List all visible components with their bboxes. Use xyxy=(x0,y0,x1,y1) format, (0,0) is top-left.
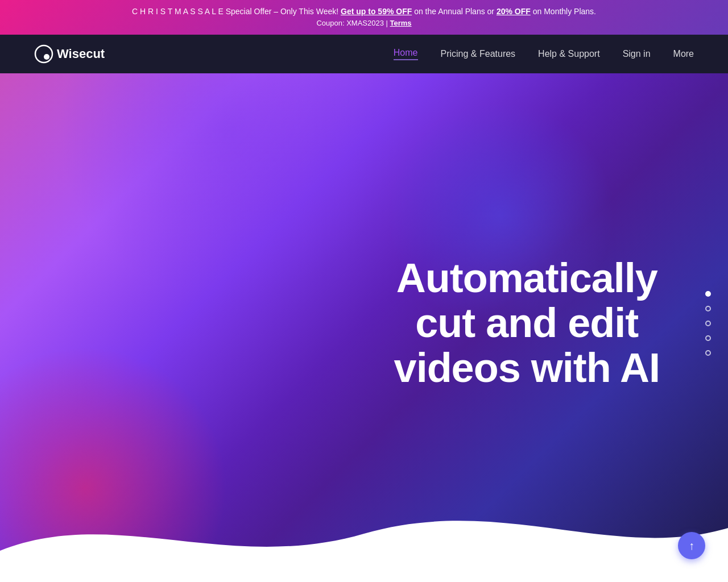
nav-home[interactable]: Home xyxy=(394,48,418,60)
hero-content: Automatically cut and edit videos with A… xyxy=(394,256,660,391)
logo-icon xyxy=(34,44,53,64)
hero-title-line1: Automatically xyxy=(396,255,657,301)
nav-more[interactable]: More xyxy=(673,49,694,59)
announcement-terms-link[interactable]: Terms xyxy=(390,19,412,27)
announcement-text-prefix: C H R I S T M A S S A L E Special Offer … xyxy=(132,7,341,16)
announcement-line1: C H R I S T M A S S A L E Special Offer … xyxy=(132,7,596,16)
nav-pricing[interactable]: Pricing & Features xyxy=(441,49,516,59)
scroll-dot-2[interactable] xyxy=(705,306,711,311)
hero-title: Automatically cut and edit videos with A… xyxy=(394,256,660,391)
announcement-coupon: Coupon: XMAS2023 | Terms xyxy=(11,18,717,29)
announcement-text-end: on Monthly Plans. xyxy=(531,7,596,16)
announcement-link-20off[interactable]: 20% OFF xyxy=(497,7,531,16)
logo-text: Wisecut xyxy=(57,47,105,61)
announcement-link-59off[interactable]: Get up to 59% OFF xyxy=(341,7,412,16)
scroll-dot-1[interactable] xyxy=(705,291,711,297)
hero-wave xyxy=(0,460,728,573)
coupon-text: Coupon: XMAS2023 | xyxy=(316,19,390,27)
logo[interactable]: Wisecut xyxy=(34,44,105,64)
hero-section: Automatically cut and edit videos with A… xyxy=(0,73,728,573)
nav-help[interactable]: Help & Support xyxy=(538,49,600,59)
svg-point-1 xyxy=(44,54,49,60)
scroll-dot-5[interactable] xyxy=(705,350,711,356)
announcement-bar: C H R I S T M A S S A L E Special Offer … xyxy=(0,0,728,35)
navbar: Wisecut Home Pricing & Features Help & S… xyxy=(0,35,728,73)
scroll-dots xyxy=(705,291,711,356)
nav-signin[interactable]: Sign in xyxy=(623,49,651,59)
scroll-dot-3[interactable] xyxy=(705,321,711,326)
svg-point-0 xyxy=(35,45,52,63)
announcement-text-mid: on the Annual Plans or xyxy=(412,7,497,16)
back-to-top-button[interactable]: ↑ xyxy=(678,532,705,559)
scroll-dot-4[interactable] xyxy=(705,335,711,341)
nav-links: Home Pricing & Features Help & Support S… xyxy=(394,48,694,60)
chevron-up-icon: ↑ xyxy=(689,539,694,552)
hero-title-line2: cut and edit xyxy=(415,300,638,346)
hero-title-line3: videos with AI xyxy=(394,345,660,390)
